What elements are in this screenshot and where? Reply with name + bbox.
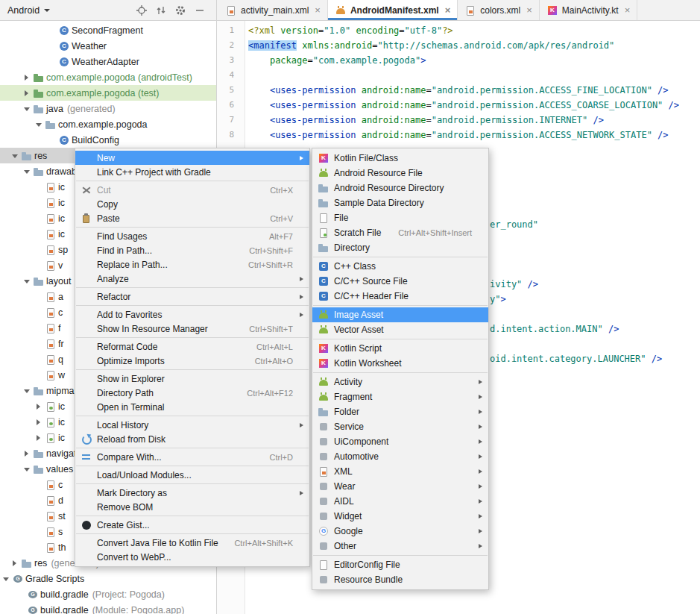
close-icon[interactable] — [526, 5, 532, 15]
close-icon[interactable] — [445, 5, 451, 15]
chevron-right-icon[interactable] — [33, 401, 45, 413]
menu-item[interactable]: XML — [312, 464, 488, 479]
line-number[interactable]: 4 — [217, 68, 242, 83]
menu-item[interactable]: Service — [312, 419, 488, 434]
menu-item[interactable]: New — [75, 151, 309, 165]
chevron-down-icon[interactable] — [9, 150, 21, 162]
menu-item[interactable]: Fragment — [312, 389, 488, 404]
menu-item[interactable]: Automotive — [312, 449, 488, 464]
menu-item[interactable]: Cut Ctrl+X — [75, 183, 309, 197]
menu-item[interactable]: AIDL — [312, 494, 488, 509]
chevron-down-icon[interactable] — [0, 573, 12, 585]
tree-row[interactable]: WeatherAdapter — [0, 54, 216, 69]
tree-row[interactable]: com.example.pogoda — [0, 116, 216, 132]
project-view-selector[interactable]: Android — [7, 5, 50, 16]
menu-item[interactable]: Image Asset — [312, 307, 488, 322]
menu-item[interactable]: Convert to WebP... — [75, 550, 309, 564]
menu-item[interactable]: Load/Unload Modules... — [75, 468, 309, 482]
chevron-down-icon[interactable] — [33, 119, 45, 131]
menu-item[interactable]: Mark Directory as — [75, 486, 309, 500]
menu-item[interactable]: Show in Explorer — [75, 372, 309, 386]
chevron-down-icon[interactable] — [21, 385, 33, 397]
menu-item[interactable]: Reformat Code Ctrl+Alt+L — [75, 339, 309, 354]
menu-item[interactable]: Create Gist... — [75, 518, 309, 532]
collapse-all-icon[interactable] — [155, 4, 167, 16]
line-number[interactable]: 5 — [217, 83, 242, 98]
chevron-right-icon[interactable] — [9, 557, 21, 569]
menu-item[interactable]: Other — [312, 539, 488, 554]
editor-tab[interactable]: colors.xml — [458, 0, 540, 20]
chevron-right-icon[interactable] — [21, 87, 33, 99]
menu-item[interactable]: Scratch File Ctrl+Alt+Shift+Insert — [312, 225, 488, 240]
tree-row[interactable]: build.gradle (Project: Pogoda) — [0, 586, 216, 602]
chevron-right-icon[interactable] — [33, 416, 45, 428]
settings-gear-icon[interactable] — [174, 4, 186, 16]
menu-item[interactable]: Sample Data Directory — [312, 195, 488, 210]
tree-row[interactable]: Weather — [0, 38, 216, 54]
menu-item[interactable]: Google — [312, 524, 488, 539]
chevron-down-icon[interactable] — [21, 463, 33, 475]
menu-item[interactable]: Show In Resource Manager Ctrl+Shift+T — [75, 322, 309, 336]
tree-row[interactable]: com.example.pogoda (test) — [0, 85, 216, 101]
menu-item[interactable]: Android Resource File — [312, 166, 488, 181]
menu-item[interactable]: Kotlin Script — [312, 341, 488, 356]
menu-item[interactable]: Add to Favorites — [75, 307, 309, 322]
menu-item[interactable]: Paste Ctrl+V — [75, 211, 309, 225]
chevron-right-icon[interactable] — [33, 432, 45, 444]
menu-item[interactable]: Directory Path Ctrl+Alt+F12 — [75, 386, 309, 400]
line-number[interactable]: 2 — [217, 38, 242, 53]
menu-item[interactable]: Wear — [312, 479, 488, 494]
menu-item[interactable]: C/C++ Source File — [312, 274, 488, 289]
close-icon[interactable] — [625, 5, 631, 15]
line-number[interactable]: 6 — [217, 98, 242, 113]
editor-tab[interactable]: AndroidManifest.xml — [328, 0, 458, 20]
menu-item[interactable]: C/C++ Header File — [312, 289, 488, 304]
chevron-right-icon[interactable] — [21, 72, 33, 84]
menu-item[interactable]: Compare With... Ctrl+D — [75, 450, 309, 464]
tree-row[interactable]: SecondFragment — [0, 22, 216, 38]
menu-item[interactable]: UiComponent — [312, 434, 488, 449]
menu-item[interactable]: Replace in Path... Ctrl+Shift+R — [75, 257, 309, 272]
menu-item[interactable]: EditorConfig File — [312, 557, 488, 572]
menu-item[interactable]: Optimize Imports Ctrl+Alt+O — [75, 354, 309, 368]
menu-item[interactable]: Widget — [312, 509, 488, 524]
hide-panel-icon[interactable] — [194, 4, 206, 16]
tree-row[interactable]: BuildConfig — [0, 132, 216, 148]
tree-row[interactable]: build.gradle (Module: Pogoda.app) — [0, 602, 216, 614]
menu-item[interactable]: Kotlin File/Class — [312, 151, 488, 166]
menu-item[interactable]: Directory — [312, 240, 488, 255]
menu-item[interactable]: Vector Asset — [312, 322, 488, 337]
tree-row[interactable]: java (generated) — [0, 101, 216, 116]
menu-item[interactable]: Activity — [312, 375, 488, 389]
menu-item[interactable]: Find Usages Alt+F7 — [75, 229, 309, 243]
menu-item[interactable]: Folder — [312, 404, 488, 419]
menu-item[interactable]: Reload from Disk — [75, 432, 309, 446]
chevron-down-icon[interactable] — [21, 166, 33, 178]
chevron-down-icon[interactable] — [21, 275, 33, 287]
menu-item[interactable]: Kotlin Worksheet — [312, 356, 488, 371]
menu-item[interactable]: Refactor — [75, 289, 309, 304]
line-number[interactable]: 8 — [217, 128, 242, 142]
menu-item[interactable]: Android Resource Directory — [312, 181, 488, 195]
menu-item[interactable]: Convert Java File to Kotlin File Ctrl+Al… — [75, 536, 309, 550]
chevron-right-icon[interactable] — [21, 448, 33, 460]
line-number[interactable]: 3 — [217, 53, 242, 68]
menu-item[interactable]: Link C++ Project with Gradle — [75, 165, 309, 179]
line-number[interactable]: 1 — [217, 23, 242, 38]
menu-item[interactable]: Local History — [75, 418, 309, 432]
locate-file-icon[interactable] — [136, 4, 148, 16]
menu-item[interactable]: Resource Bundle — [312, 572, 488, 587]
menu-item[interactable]: Open in Terminal — [75, 400, 309, 414]
editor-tab[interactable]: MainActivity.kt — [540, 0, 637, 20]
menu-item[interactable]: File — [312, 210, 488, 225]
close-icon[interactable] — [315, 5, 321, 15]
tree-row[interactable]: com.example.pogoda (androidTest) — [0, 69, 216, 85]
line-number[interactable]: 7 — [217, 113, 242, 128]
menu-item[interactable]: C++ Class — [312, 259, 488, 274]
menu-item[interactable]: Copy — [75, 197, 309, 211]
menu-item[interactable]: Analyze — [75, 272, 309, 286]
tree-row[interactable]: Gradle Scripts — [0, 571, 216, 586]
menu-item[interactable]: Remove BOM — [75, 500, 309, 514]
chevron-down-icon[interactable] — [21, 103, 33, 115]
menu-item[interactable]: Find in Path... Ctrl+Shift+F — [75, 243, 309, 257]
